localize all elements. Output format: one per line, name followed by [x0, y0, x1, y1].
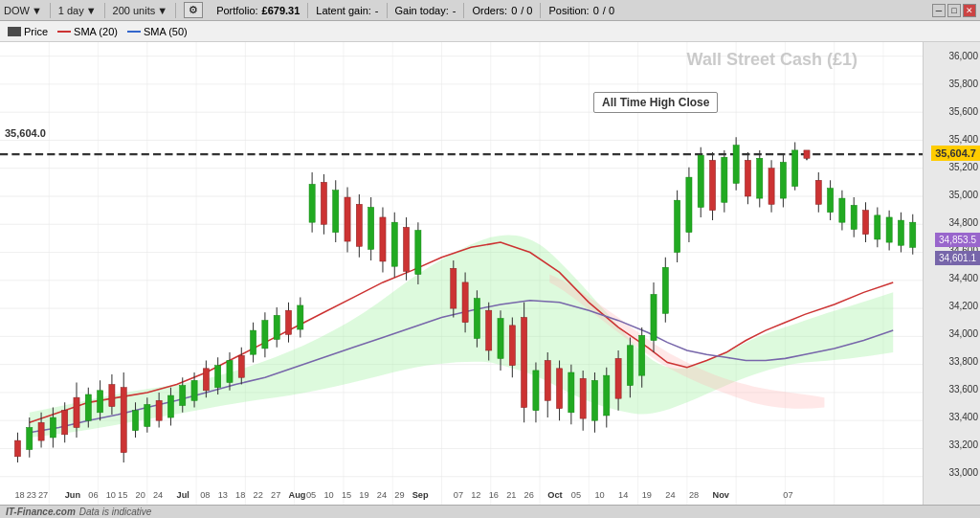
svg-rect-155: [733, 146, 739, 184]
ath-price-label: 35,604.7: [931, 146, 980, 161]
svg-rect-71: [215, 366, 221, 388]
gain-today-label: Gain today:: [395, 5, 449, 16]
svg-rect-161: [768, 169, 774, 205]
latent-gain-label: Latent gain:: [316, 5, 371, 16]
position-extra: / 0: [603, 5, 614, 16]
svg-rect-111: [474, 299, 479, 339]
svg-rect-51: [98, 391, 103, 413]
svg-rect-79: [262, 321, 268, 349]
svg-text:14: 14: [618, 490, 628, 500]
y-label-33000: 33,000: [948, 467, 978, 478]
svg-rect-141: [651, 294, 657, 340]
chart-main[interactable]: Wall Street Cash (£1): [0, 42, 923, 505]
svg-rect-169: [815, 180, 821, 204]
sma50-price-label: 34,601.1: [935, 251, 980, 265]
svg-rect-129: [580, 378, 586, 418]
svg-rect-39: [27, 428, 33, 450]
svg-text:08: 08: [200, 490, 210, 500]
svg-text:10: 10: [594, 490, 604, 500]
svg-text:Oct: Oct: [547, 490, 562, 500]
chart-settings-btn[interactable]: ⚙: [184, 2, 203, 18]
svg-rect-73: [227, 360, 233, 382]
svg-rect-123: [545, 360, 550, 400]
svg-rect-119: [522, 318, 527, 408]
svg-rect-143: [662, 267, 668, 313]
y-label-36000: 36,000: [948, 51, 978, 61]
timeframe-selector[interactable]: 1 day ▼: [58, 5, 97, 16]
svg-rect-173: [839, 198, 845, 222]
svg-rect-167: [804, 150, 810, 158]
svg-text:26: 26: [524, 490, 534, 500]
timeframe-label: 1 day: [58, 5, 84, 16]
position-info: Position: 0 / 0: [548, 5, 614, 16]
svg-rect-181: [886, 217, 892, 242]
svg-rect-103: [403, 227, 409, 271]
svg-rect-61: [156, 400, 162, 420]
svg-rect-177: [862, 211, 868, 235]
svg-rect-145: [675, 200, 680, 252]
legend-sma20: SMA (20): [57, 26, 118, 37]
svg-rect-83: [285, 310, 291, 334]
latent-gain-info: Latent gain: -: [316, 5, 378, 16]
svg-rect-101: [391, 222, 397, 266]
y-axis: 36,000 35,800 35,600 35,400 35,200 35,00…: [923, 42, 980, 505]
svg-text:21: 21: [506, 490, 516, 500]
svg-rect-115: [498, 319, 503, 359]
svg-rect-69: [203, 369, 209, 391]
svg-text:05: 05: [571, 490, 581, 500]
app-container: DOW ▼ 1 day ▼ 200 units ▼ ⚙ Portfolio: £…: [0, 0, 980, 518]
y-label-33800: 33,800: [948, 356, 978, 367]
svg-rect-43: [50, 417, 56, 438]
svg-text:Sep: Sep: [412, 490, 429, 500]
y-label-34800: 34,800: [948, 217, 978, 228]
svg-rect-107: [451, 268, 457, 308]
svg-rect-157: [745, 160, 750, 196]
svg-rect-183: [898, 220, 903, 245]
maximize-btn[interactable]: □: [947, 4, 961, 17]
divider3: [175, 3, 176, 18]
svg-rect-137: [627, 346, 633, 386]
y-label-35000: 35,000: [948, 190, 978, 200]
svg-rect-75: [238, 355, 244, 377]
dropdown-arrow2: ▼: [86, 5, 97, 16]
svg-text:Nov: Nov: [713, 490, 730, 500]
position-label: Position:: [548, 5, 589, 16]
divider6: [463, 3, 464, 18]
svg-rect-125: [556, 369, 562, 409]
svg-text:10: 10: [106, 490, 116, 500]
svg-rect-91: [333, 191, 339, 233]
svg-text:20: 20: [136, 490, 145, 500]
svg-text:27: 27: [38, 490, 48, 500]
legend-price-label: Price: [24, 26, 48, 37]
svg-rect-185: [910, 222, 916, 247]
svg-rect-81: [274, 315, 279, 339]
instrument-selector[interactable]: DOW ▼: [4, 5, 42, 16]
svg-rect-159: [757, 158, 763, 198]
svg-rect-113: [486, 310, 492, 350]
svg-rect-121: [533, 371, 539, 411]
svg-text:Aug: Aug: [289, 490, 306, 500]
svg-rect-77: [251, 330, 256, 354]
price-color-box: [8, 27, 21, 36]
position-value: 0: [593, 5, 599, 16]
svg-text:24: 24: [377, 490, 387, 500]
svg-text:18: 18: [235, 490, 245, 500]
svg-rect-95: [356, 204, 362, 246]
svg-text:24: 24: [665, 490, 675, 500]
orders-label: Orders:: [472, 5, 507, 16]
divider1: [50, 3, 51, 18]
svg-text:07: 07: [454, 490, 463, 500]
svg-text:12: 12: [471, 490, 480, 500]
svg-rect-57: [132, 411, 138, 431]
units-selector[interactable]: 200 units ▼: [113, 5, 168, 16]
close-btn[interactable]: ✕: [963, 4, 976, 17]
svg-rect-127: [568, 372, 574, 413]
y-label-35200: 35,200: [948, 162, 978, 172]
svg-text:29: 29: [394, 490, 404, 500]
svg-rect-97: [368, 208, 374, 250]
legend-price: Price: [8, 26, 48, 37]
svg-rect-47: [74, 397, 79, 427]
sma20-color-line: [57, 31, 71, 33]
minimize-btn[interactable]: ─: [932, 4, 946, 17]
sma50-color-line: [127, 31, 141, 33]
